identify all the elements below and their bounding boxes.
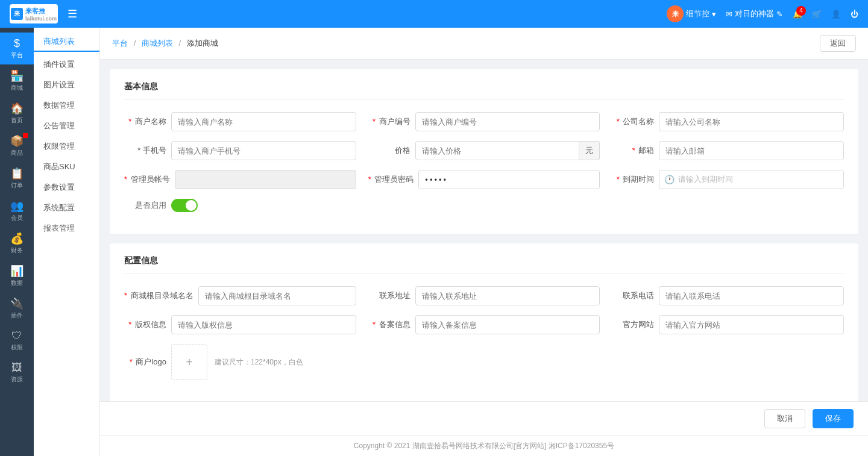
cart-icon-btn[interactable]: 🛒	[812, 10, 822, 19]
logo-hint: 建议尺寸：122*40px，白色	[215, 357, 303, 367]
toggle-group: 是否启用	[124, 199, 844, 212]
order-icon: 📋	[10, 167, 24, 180]
permission-icon: 🛡	[11, 330, 22, 342]
company-name-label: * 公司名称	[612, 116, 654, 127]
contact-address-label: 联系地址	[368, 290, 410, 301]
save-button[interactable]: 保存	[813, 409, 854, 428]
icp-label: * 备案信息	[368, 319, 410, 330]
admin-account-group: * 管理员帐号	[124, 170, 368, 189]
phone-input[interactable]	[171, 141, 356, 160]
second-sidebar-permission-manage[interactable]: 权限管理	[34, 136, 99, 157]
contact-phone-group: 联系电话	[612, 286, 844, 305]
cart-icon: 🛒	[812, 10, 822, 19]
sidebar-item-resource[interactable]: 🖼 资源	[0, 357, 34, 389]
config-form-row-2: * 版权信息 * 备案信息 官方网站	[124, 315, 844, 334]
icp-input[interactable]	[415, 315, 600, 334]
expire-time-placeholder: 请输入到期时间	[678, 174, 733, 185]
footer-text: Copyright © 2021 湖南壹拾易号网络技术有限公司[官方网站] 湘I…	[354, 442, 614, 450]
domain-input[interactable]	[198, 286, 356, 305]
sidebar-item-permission[interactable]: 🛡 权限	[0, 325, 34, 357]
email-input[interactable]	[659, 141, 844, 160]
sidebar-item-data[interactable]: 📊 数据	[0, 260, 34, 292]
price-label: 价格	[368, 145, 410, 156]
breadcrumb-platform[interactable]: 平台	[112, 39, 128, 48]
topnav-left: 来 来客推 laiketui.com ☰	[10, 4, 77, 23]
website-group: 官方网站	[612, 315, 844, 334]
user-icon-btn[interactable]: 👤	[831, 10, 841, 19]
expire-time-label: * 到期时间	[612, 174, 654, 185]
sidebar-item-goods[interactable]: 📦 商品	[0, 130, 34, 162]
company-name-group: * 公司名称	[612, 112, 844, 131]
edit-icon: ✎	[776, 10, 783, 19]
merchant-name-label: * 商户名称	[124, 116, 166, 127]
price-input[interactable]	[415, 141, 580, 160]
domain-label: * 商城根目录域名名	[124, 290, 193, 301]
second-sidebar-sku[interactable]: 商品SKU	[34, 157, 99, 177]
sidebar-label-plugin: 插件	[11, 311, 23, 320]
power-icon: ⏻	[851, 10, 858, 19]
data-icon: 📊	[10, 264, 24, 278]
contact-address-group: 联系地址	[368, 286, 612, 305]
sidebar-item-shop[interactable]: 🏪 商城	[0, 64, 34, 97]
website-input[interactable]	[659, 315, 844, 334]
cancel-button[interactable]: 取消	[764, 409, 805, 428]
goods-icon: 📦	[10, 134, 24, 148]
enable-toggle[interactable]	[171, 199, 198, 212]
second-sidebar-data-manage[interactable]: 数据管理	[34, 95, 99, 116]
hamburger-menu[interactable]: ☰	[68, 7, 77, 20]
merchant-name-input[interactable]	[171, 112, 356, 131]
sidebar-item-finance[interactable]: 💰 财务	[0, 227, 34, 260]
breadcrumb-sep1: /	[134, 39, 138, 48]
logo-upload-area: + 建议尺寸：122*40px，白色	[171, 344, 303, 380]
user-name: 细节控	[686, 8, 709, 19]
second-sidebar-report[interactable]: 报表管理	[34, 218, 99, 239]
back-button[interactable]: 返回	[820, 35, 856, 52]
merchant-code-input[interactable]	[415, 112, 600, 131]
sidebar-label-permission: 权限	[11, 343, 23, 352]
toggle-row: 是否启用	[124, 199, 844, 212]
sidebar-item-order[interactable]: 📋 订单	[0, 162, 34, 195]
company-name-input[interactable]	[659, 112, 844, 131]
copyright-input[interactable]	[171, 315, 356, 334]
content-area: 平台 / 商城列表 / 添加商城 返回 基本信息 * 商户名称	[100, 28, 868, 456]
sidebar-label-home: 首页	[11, 116, 23, 125]
basic-info-title: 基本信息	[124, 81, 844, 100]
expire-time-group: * 到期时间 🕐 请输入到期时间	[612, 170, 844, 189]
second-sidebar-image-settings[interactable]: 图片设置	[34, 75, 99, 95]
footer-bar: 取消 保存	[100, 401, 868, 436]
breadcrumb-shoplist[interactable]: 商城列表	[142, 39, 173, 48]
power-btn[interactable]: ⏻	[851, 10, 858, 19]
second-sidebar-plugin-settings[interactable]: 插件设置	[34, 54, 99, 75]
admin-password-input[interactable]	[418, 170, 600, 189]
sidebar-item-plugin[interactable]: 🔌 插件	[0, 292, 34, 325]
contact-address-input[interactable]	[415, 286, 600, 305]
sidebar-item-home[interactable]: 🏠 首页	[0, 97, 34, 130]
price-input-group: 元	[415, 141, 600, 160]
second-sidebar-params[interactable]: 参数设置	[34, 177, 99, 198]
logo-upload-box[interactable]: +	[171, 344, 207, 380]
sidebar-item-member[interactable]: 👥 会员	[0, 195, 34, 227]
sidebar-item-platform[interactable]: $ 平台	[0, 33, 34, 64]
logo[interactable]: 来 来客推 laiketui.com	[10, 4, 58, 23]
admin-account-input[interactable]	[175, 170, 356, 189]
notification-bell[interactable]: 🔔 4	[793, 10, 802, 19]
second-sidebar-system-config[interactable]: 系统配置	[34, 198, 99, 218]
user-profile[interactable]: 来 细节控 ▾	[667, 5, 716, 22]
email-group: * 邮箱	[612, 141, 844, 160]
mail-icon: ✉	[726, 10, 732, 19]
mail-item[interactable]: ✉ 对日的神器 ✎	[726, 8, 783, 19]
merchant-code-group: * 商户编号	[368, 112, 612, 131]
second-sidebar-title: 商城列表	[34, 33, 99, 52]
second-sidebar-notice-manage[interactable]: 公告管理	[34, 116, 99, 136]
home-icon: 🏠	[10, 102, 24, 115]
dropdown-arrow: ▾	[712, 10, 716, 19]
expire-time-input[interactable]: 🕐 请输入到期时间	[659, 170, 844, 189]
top-navigation: 来 来客推 laiketui.com ☰ 来 细节控 ▾ ✉ 对日的神器 ✎ 🔔…	[0, 0, 868, 28]
breadcrumb: 平台 / 商城列表 / 添加商城	[112, 38, 218, 49]
copyright-group: * 版权信息	[124, 315, 368, 334]
left-sidebar: $ 平台 🏪 商城 🏠 首页 📦 商品 📋 订单 👥 会员 💰 财务	[0, 28, 34, 456]
notification-badge: 4	[796, 6, 806, 16]
logo-icon: 来	[11, 8, 23, 20]
contact-phone-input[interactable]	[659, 286, 844, 305]
shop-icon: 🏪	[10, 69, 24, 83]
